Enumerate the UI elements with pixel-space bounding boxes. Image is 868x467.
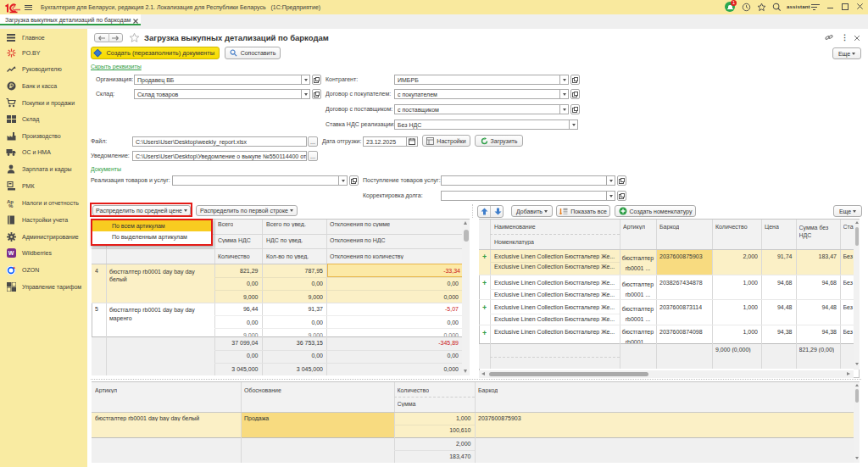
svg-text:%: %	[8, 203, 14, 208]
